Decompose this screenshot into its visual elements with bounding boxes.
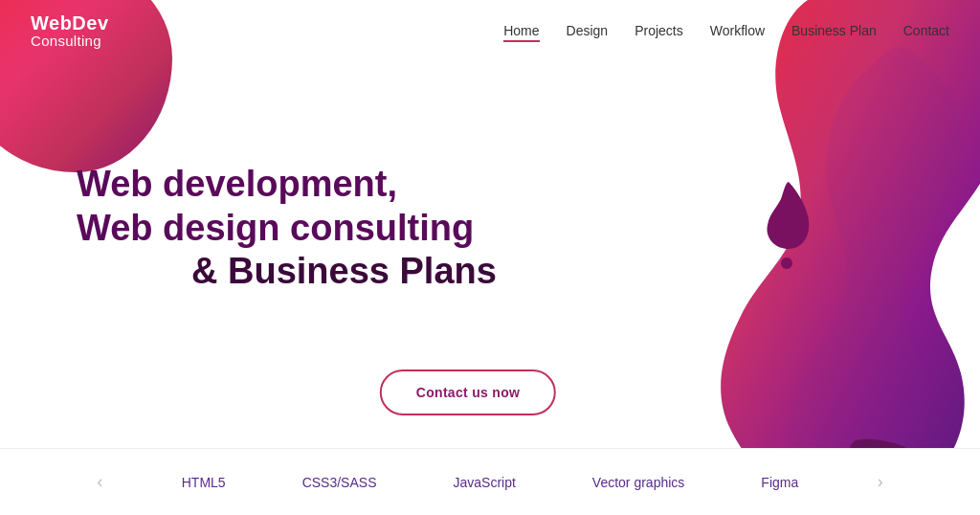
nav-links: HomeDesignProjectsWorkflowBusiness PlanC… — [503, 22, 949, 39]
hero-line1: Web development, — [77, 163, 497, 207]
skills-bar: ‹ HTML5CSS3/SASSJavaScriptVector graphic… — [0, 448, 980, 515]
nav-item-workflow[interactable]: Workflow — [710, 22, 765, 39]
prev-arrow[interactable]: ‹ — [97, 472, 102, 492]
logo: WebDev Consulting — [31, 12, 109, 50]
cta-button-container: Contact us now — [380, 369, 556, 415]
skill-item: Vector graphics — [592, 475, 685, 490]
svg-point-0 — [781, 258, 792, 269]
main-nav: WebDev Consulting HomeDesignProjectsWork… — [0, 0, 980, 61]
skills-list: HTML5CSS3/SASSJavaScriptVector graphicsF… — [182, 475, 799, 490]
skill-item: CSS3/SASS — [302, 475, 377, 490]
nav-item-design[interactable]: Design — [567, 22, 609, 39]
hero-line2: Web design consulting — [77, 207, 497, 251]
next-arrow[interactable]: › — [878, 472, 883, 492]
nav-item-contact[interactable]: Contact — [903, 22, 949, 39]
logo-webdev: WebDev — [31, 12, 109, 34]
nav-item-business-plan[interactable]: Business Plan — [791, 22, 877, 39]
logo-consulting: Consulting — [31, 34, 109, 50]
hero-text: Web development, Web design consulting &… — [77, 163, 497, 294]
skill-item: Figma — [761, 475, 798, 490]
skill-item: HTML5 — [182, 475, 226, 490]
right-blob-container — [597, 0, 980, 515]
hero-line3: & Business Plans — [191, 250, 497, 294]
skill-item: JavaScript — [453, 475, 515, 490]
nav-item-projects[interactable]: Projects — [635, 22, 683, 39]
nav-item-home[interactable]: Home — [503, 22, 539, 39]
contact-us-button[interactable]: Contact us now — [380, 369, 556, 415]
